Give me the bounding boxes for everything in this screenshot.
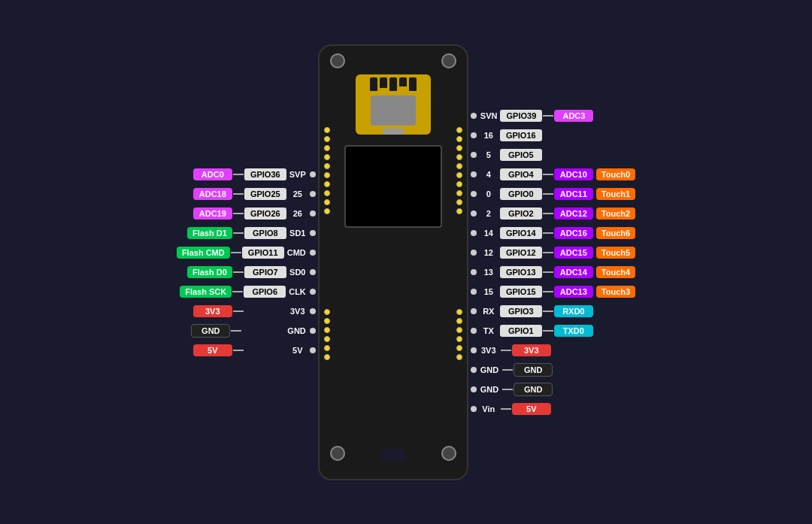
pin-dot [471,406,477,412]
board-pin-dot [324,208,330,214]
pin-tx: TX [477,326,500,335]
board-pin-dot [456,172,462,178]
right-pin-row: 0 GPIO0 ADC11 Touch1 [470,186,635,202]
gpio-label-25: GPIO25 [244,188,286,200]
pin-16: 16 [477,131,500,140]
badge-gnd-right1: GND [514,363,553,377]
board-pin-dot [456,127,462,133]
badge-3v3-left: 3V3 [193,305,232,317]
antenna-bar-5 [409,77,417,91]
gpio-label-6: GPIO6 [244,286,286,298]
board-pin-dot [324,345,330,351]
gpio-empty-5v [244,349,286,352]
badge-adc16: ADC16 [554,227,593,239]
board-pin-dot [324,318,330,324]
right-pin-row: RX GPIO3 RXD0 [470,303,593,320]
left-pin-row: Flash D0 GPIO7 SD0 [187,264,317,280]
usb-notch [380,449,406,461]
gpio-label-7: GPIO7 [244,266,286,278]
badge-gnd-right2: GND [514,383,553,396]
pin-dot [310,230,316,236]
gpio-label-36: GPIO36 [244,168,286,180]
board-pin-dot [324,127,330,133]
board-pin-dot [456,181,462,187]
board-pin-dot [324,163,330,169]
connector-line [543,174,553,175]
board-pin-dot [324,199,330,205]
connector-line [543,193,553,195]
board-pin-dot [456,318,462,324]
board-pin-dot [456,336,462,342]
pin-gnd-right2: GND [477,385,501,394]
left-pin-row: 3V3 3V3 [193,303,317,320]
badge-flash-d1: Flash D1 [187,227,232,239]
connector-line [233,174,244,175]
badge-adc10: ADC10 [554,168,593,180]
mounting-hole-br [441,446,456,461]
pin-dot [471,328,477,334]
pin-3v3-left: 3V3 [286,307,309,316]
left-pin-row: ADC19 GPIO26 26 [193,205,317,222]
gpio-label-0: GPIO0 [500,188,542,200]
left-pin-row: ADC0 GPIO36 SVP [193,166,317,183]
badge-touch0: Touch0 [596,168,635,180]
right-pin-row: TX GPIO1 TXD0 [470,323,593,339]
connector-line [501,350,511,351]
pin-dot [471,191,477,197]
right-pin-row: GND GND [470,381,553,398]
pin-rx: RX [477,307,500,316]
gpio-label-8: GPIO8 [244,227,286,239]
connector-line [233,271,244,273]
mounting-hole-tl [330,53,345,68]
connector-line [543,232,553,234]
badge-touch4: Touch4 [596,266,635,278]
antenna-bar-1 [370,77,377,91]
connector-line [543,271,553,273]
right-pins-column: SVN GPIO39 ADC3 16 GPIO16 5 GPIO5 4 [470,108,635,417]
wifi-chip-label-area [383,129,404,135]
pin-3v3-right: 3V3 [477,346,500,355]
pin-13: 13 [477,268,500,277]
board-pin-dot [456,345,462,351]
badge-touch3: Touch3 [596,286,635,298]
gpio-empty-gnd [242,329,284,332]
board-pin-dot [456,154,462,160]
badge-touch1: Touch1 [596,188,635,200]
left-pin-row: Flash CMD GPIO11 CMD [177,244,317,261]
gpio-label-1: GPIO1 [500,325,542,337]
connector-line [232,291,243,292]
antenna-bar-2 [380,77,387,88]
connector-line [231,330,241,332]
right-pin-row: 3V3 3V3 [470,342,551,359]
antenna-bar-3 [389,77,397,91]
board-pin-dot [456,309,462,315]
antenna-bars [370,77,417,91]
pin-5v-left: 5V [286,346,309,355]
badge-touch6: Touch6 [596,227,635,239]
pin-dot [310,347,316,353]
pin-dot [471,367,477,373]
pin-2: 2 [477,209,500,218]
connector-line [543,213,553,214]
connector-line [233,232,244,234]
right-pin-row: 2 GPIO2 ADC12 Touch2 [470,205,635,222]
pin-12: 12 [477,248,500,257]
pin-4: 4 [477,170,500,179]
pin-clk: CLK [286,287,309,296]
pin-dot [471,171,477,177]
right-pin-row: SVN GPIO39 ADC3 [470,108,594,124]
badge-touch5: Touch5 [596,247,635,259]
right-pin-row: 4 GPIO4 ADC10 Touch0 [470,166,635,183]
board-bottom-corners [320,446,467,461]
badge-adc12: ADC12 [554,207,593,220]
badge-rxd0: RXD0 [554,305,593,317]
right-pin-row: 5 GPIO5 [470,147,542,163]
pin-dot [310,328,316,334]
connector-line [543,330,553,332]
pin-dot [471,211,477,217]
pin-0: 0 [477,189,500,198]
board-pin-dot [324,190,330,196]
board-top-area [320,53,467,139]
pin-dot [310,269,316,275]
pin-dot [471,132,477,138]
